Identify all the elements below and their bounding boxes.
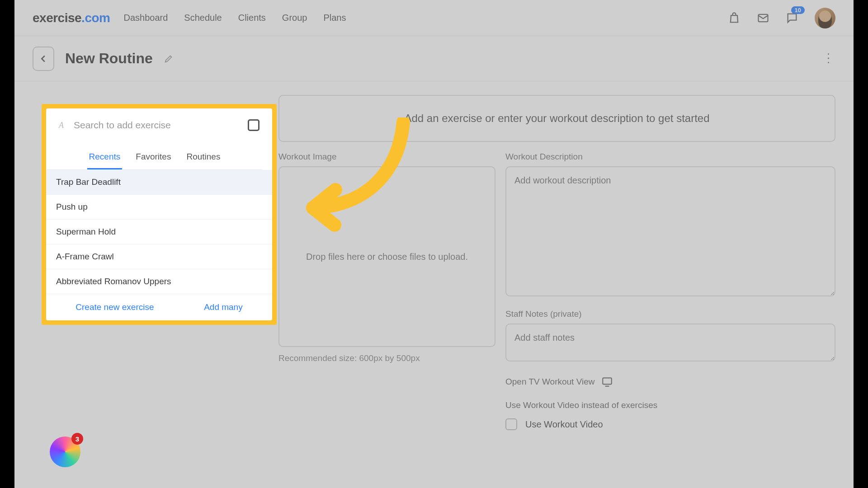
add-many-link[interactable]: Add many <box>204 302 243 312</box>
top-bar: exercise.com Dashboard Schedule Clients … <box>14 0 854 36</box>
list-item[interactable]: A-Frame Crawl <box>46 244 272 269</box>
image-hint: Recommended size: 600px by 500px <box>278 353 495 363</box>
page-title: New Routine <box>65 50 153 67</box>
picker-tabs: Recents Favorites Routines <box>47 145 262 170</box>
avatar[interactable] <box>815 8 835 28</box>
chat-icon[interactable]: 10 <box>786 12 798 24</box>
use-video-checkbox[interactable] <box>505 418 517 430</box>
app-frame: exercise.com Dashboard Schedule Clients … <box>14 0 854 488</box>
mail-icon[interactable] <box>757 12 769 24</box>
edit-title-icon[interactable] <box>164 54 174 64</box>
nav-group[interactable]: Group <box>282 13 307 23</box>
list-item[interactable]: Trap Bar Deadlift <box>46 170 272 195</box>
staff-notes-label: Staff Notes (private) <box>505 309 835 319</box>
brand-text-b: .com <box>81 11 110 25</box>
help-launcher[interactable]: 3 <box>50 436 80 467</box>
tv-view-text: Open TV Workout View <box>505 377 595 387</box>
shopping-bag-icon[interactable] <box>728 12 741 24</box>
search-value-glyph: A <box>59 121 64 130</box>
list-item[interactable]: Superman Hold <box>46 220 272 244</box>
tv-icon <box>601 376 613 388</box>
staff-notes-input[interactable] <box>505 324 835 361</box>
search-row: A <box>46 108 272 142</box>
use-video-title: Use Workout Video instead of exercises <box>505 400 835 410</box>
list-item[interactable]: Push up <box>46 195 272 220</box>
workout-desc-label: Workout Description <box>505 152 835 162</box>
dropzone-text: Drop files here or choose files to uploa… <box>306 252 468 262</box>
back-button[interactable] <box>33 47 54 71</box>
notification-badge: 10 <box>791 6 805 14</box>
nav-plans[interactable]: Plans <box>323 13 346 23</box>
brand-logo[interactable]: exercise.com <box>33 11 110 25</box>
image-col: Workout Image Drop files here or choose … <box>278 152 495 430</box>
exercise-picker: A Recents Favorites Routines Trap Bar De… <box>46 108 272 320</box>
subbar-left: New Routine <box>33 47 174 71</box>
tab-routines[interactable]: Routines <box>184 145 222 169</box>
create-new-exercise-link[interactable]: Create new exercise <box>75 302 154 312</box>
two-col: Workout Image Drop files here or choose … <box>278 152 835 430</box>
workout-image-label: Workout Image <box>278 152 495 162</box>
nav-clients[interactable]: Clients <box>238 13 266 23</box>
tv-view-link[interactable]: Open TV Workout View <box>505 376 835 388</box>
more-menu-icon[interactable]: ⋯ <box>821 52 836 66</box>
nav-dashboard[interactable]: Dashboard <box>123 13 168 23</box>
picker-footer: Create new exercise Add many <box>46 294 272 320</box>
cta-card: Add an exercise or enter your workout de… <box>278 95 835 142</box>
topbar-left: exercise.com Dashboard Schedule Clients … <box>33 11 346 25</box>
list-item[interactable]: Abbreviated Romanov Uppers <box>46 269 272 294</box>
use-video-row: Use Workout Video <box>505 418 835 430</box>
workout-desc-input[interactable] <box>505 166 835 296</box>
cta-text: Add an exercise or enter your workout de… <box>404 112 709 124</box>
tab-favorites[interactable]: Favorites <box>134 145 173 169</box>
use-video-label: Use Workout Video <box>525 419 603 430</box>
topbar-right: 10 <box>728 8 835 28</box>
svg-rect-1 <box>603 378 612 384</box>
tab-recents[interactable]: Recents <box>87 145 123 169</box>
image-dropzone[interactable]: Drop files here or choose files to uploa… <box>278 166 495 347</box>
brand-text-a: exercise <box>33 11 81 25</box>
nav-schedule[interactable]: Schedule <box>184 13 222 23</box>
help-badge: 3 <box>71 433 83 445</box>
search-input[interactable] <box>74 120 238 131</box>
right-column: Add an exercise or enter your workout de… <box>278 95 835 430</box>
sub-bar: New Routine ⋯ <box>14 36 854 81</box>
exercise-picker-highlight: A Recents Favorites Routines Trap Bar De… <box>42 104 277 325</box>
exercise-list: Trap Bar Deadlift Push up Superman Hold … <box>46 170 272 294</box>
stop-scan-icon[interactable] <box>248 119 259 131</box>
desc-col: Workout Description Staff Notes (private… <box>505 152 835 430</box>
main-nav: Dashboard Schedule Clients Group Plans <box>123 13 346 23</box>
